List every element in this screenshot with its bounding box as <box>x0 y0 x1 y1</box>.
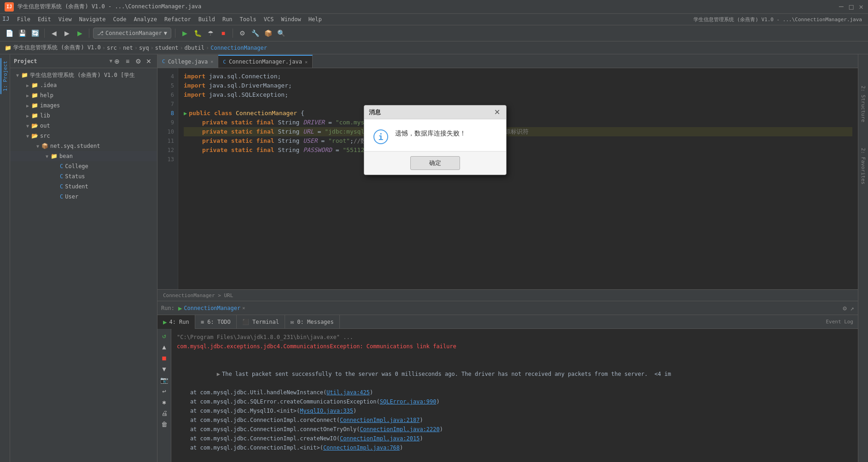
breadcrumb-file[interactable]: ConnectionManager <box>210 45 267 51</box>
tab-college[interactable]: C College.java ✕ <box>157 55 218 68</box>
sidebar-collapse-btn[interactable]: ≡ <box>123 57 132 66</box>
breadcrumb-syq[interactable]: syq <box>139 45 149 51</box>
tree-label-help: help <box>40 92 53 99</box>
menu-window[interactable]: Window <box>277 15 304 23</box>
menu-refactor[interactable]: Refactor <box>161 15 195 23</box>
tree-item-package[interactable]: ▼ 📦 net.syq.student <box>10 141 157 151</box>
breadcrumb-dbutil[interactable]: dbutil <box>185 45 204 51</box>
stop-run-btn[interactable]: ■ <box>159 353 169 363</box>
tab-cm-close[interactable]: ✕ <box>305 59 308 64</box>
project-tab[interactable]: 1: Project <box>0 58 9 94</box>
run-line-1: "C:\Program Files\Java\jdk1.8.0_231\bin\… <box>177 333 852 342</box>
coreconnect-link[interactable]: ConnectionImpl.java:2187 <box>340 417 419 423</box>
bottom-tab-run[interactable]: ▶ 4: Run <box>157 315 195 329</box>
tree-item-help[interactable]: ▶ 📁 help <box>10 90 157 100</box>
sidebar-scope-btn[interactable]: ⊕ <box>112 57 122 66</box>
scroll-up-btn[interactable]: ▲ <box>159 342 169 352</box>
build-btn[interactable]: ▶ <box>74 28 85 39</box>
tree-item-student-file[interactable]: C Student <box>10 181 157 192</box>
scroll-down-btn[interactable]: ▼ <box>159 364 169 374</box>
cog-btn[interactable]: ✱ <box>159 397 169 407</box>
createnewio-link[interactable]: ConnectionImpl.java:2015 <box>340 435 419 442</box>
project-sidebar: Project ▼ ⊕ ≡ ⚙ ✕ ▼ 📁 学生信息管理系统 (余燕青) V1.… <box>10 54 157 462</box>
menu-analyze[interactable]: Analyze <box>130 15 161 23</box>
structure-tab[interactable]: 2: Structure <box>858 82 868 126</box>
tree-item-root[interactable]: ▼ 📁 学生信息管理系统 (余燕青) V1.0 [学生 <box>10 70 157 80</box>
code-content[interactable]: import java.sql.Connection; import java.… <box>178 68 858 289</box>
menu-navigate[interactable]: Navigate <box>76 15 110 23</box>
menu-code[interactable]: Code <box>110 15 130 23</box>
rerun-btn[interactable]: ↺ <box>159 331 169 341</box>
breadcrumb-src[interactable]: src <box>107 45 117 51</box>
tree-item-college[interactable]: C College <box>10 161 157 171</box>
dialog-close-btn[interactable]: ✕ <box>492 108 501 117</box>
menu-help[interactable]: Help <box>305 15 326 23</box>
new-file-btn[interactable]: 📄 <box>4 28 15 39</box>
sidebar-dropdown-icon[interactable]: ▼ <box>109 58 112 64</box>
minimize-btn[interactable]: ─ <box>839 2 844 11</box>
forward-btn[interactable]: ▶ <box>61 28 72 39</box>
breadcrumb-project[interactable]: 学生信息管理系统 (余燕青) V1.0 <box>13 44 101 52</box>
tab-connection-manager[interactable]: C ConnectionManager.java ✕ <box>218 55 313 68</box>
bottom-tab-messages[interactable]: ✉ 0: Messages <box>285 315 340 329</box>
menu-file[interactable]: File <box>13 15 34 23</box>
bottom-tab-terminal[interactable]: ⬛ Terminal <box>237 315 285 329</box>
breadcrumb-net[interactable]: net <box>123 45 133 51</box>
favorites-tab[interactable]: 2: Favorites <box>858 144 868 188</box>
connectonetry-link[interactable]: ConnectionImpl.java:2220 <box>360 426 439 433</box>
menu-tools[interactable]: Tools <box>236 15 260 23</box>
soft-wrap-btn[interactable]: ↩ <box>159 386 169 396</box>
save-btn[interactable]: 💾 <box>17 28 28 39</box>
sidebar-settings-btn[interactable]: ⚙ <box>134 57 143 66</box>
debug-btn[interactable]: 🐛 <box>192 28 203 39</box>
menu-edit[interactable]: Edit <box>34 15 55 23</box>
event-log-link[interactable]: Event Log <box>821 319 858 325</box>
camera-btn[interactable]: 📷 <box>159 375 169 385</box>
search-everywhere-btn[interactable]: ⚙ <box>237 28 248 39</box>
tree-icon-college: C <box>60 163 63 170</box>
branch-selector[interactable]: ⎇ ConnectionManager ▼ <box>93 28 171 39</box>
util-link[interactable]: Util.java:425 <box>326 389 370 396</box>
tree-item-images[interactable]: ▶ 📁 images <box>10 100 157 111</box>
tree-item-src[interactable]: ▼ 📂 src <box>10 131 157 141</box>
clear-btn[interactable]: 🗑 <box>159 419 169 429</box>
tree-item-lib[interactable]: ▶ 📁 lib <box>10 111 157 121</box>
menu-run[interactable]: Run <box>219 15 236 23</box>
sidebar-hide-btn[interactable]: ✕ <box>144 57 153 66</box>
stop-btn[interactable]: ■ <box>218 28 229 39</box>
back-btn[interactable]: ◀ <box>48 28 59 39</box>
sidebar-actions: ⊕ ≡ ⚙ ✕ <box>112 57 153 66</box>
tree-item-status[interactable]: C Status <box>10 171 157 181</box>
menu-view[interactable]: View <box>55 15 76 23</box>
menu-build[interactable]: Build <box>195 15 219 23</box>
search-btn[interactable]: 🔍 <box>275 28 286 39</box>
refresh-btn[interactable]: 🔄 <box>29 28 41 39</box>
run-line-10: at com.mysql.jdbc.ConnectionImpl.<init>(… <box>177 443 852 452</box>
menu-vcs[interactable]: VCS <box>260 15 278 23</box>
run-settings-gear[interactable]: ⚙ <box>843 304 846 312</box>
tree-item-bean[interactable]: ▼ 📁 bean <box>10 151 157 161</box>
breadcrumb-student[interactable]: student <box>155 45 179 51</box>
settings-btn[interactable]: 🔧 <box>250 28 261 39</box>
init-link[interactable]: ConnectionImpl.java:768 <box>323 444 400 451</box>
dialog-ok-btn[interactable]: 确定 <box>410 156 460 170</box>
run-tab-active[interactable]: ▶ ConnectionManager ✕ <box>178 304 245 312</box>
maximize-btn[interactable]: □ <box>849 2 854 11</box>
tab-college-close[interactable]: ✕ <box>210 59 213 64</box>
coverage-btn[interactable]: ☂ <box>205 28 216 39</box>
tree-item-out[interactable]: ▼ 📂 out <box>10 121 157 131</box>
run-settings-arrow[interactable]: ↗ <box>851 304 854 312</box>
run-config-btn[interactable]: ▶ <box>179 28 190 39</box>
bottom-tab-todo[interactable]: ≡ 6: TODO <box>195 315 237 329</box>
sqlerror-link[interactable]: SQLError.java:990 <box>380 398 437 405</box>
print-btn[interactable]: 🖨 <box>159 408 169 418</box>
tree-item-user[interactable]: C User <box>10 192 157 202</box>
sdk-btn[interactable]: 📦 <box>262 28 274 39</box>
line-num-12: 12 <box>159 146 174 155</box>
code-line-11: private static final String USER = "root… <box>184 136 852 146</box>
tree-icon-package: 📦 <box>41 143 48 149</box>
tree-item-idea[interactable]: ▶ 📁 .idea <box>10 80 157 90</box>
close-btn[interactable]: ✕ <box>859 2 863 11</box>
run-tab-close[interactable]: ✕ <box>242 305 245 310</box>
mysqlio-link[interactable]: MysqlIO.java:335 <box>300 408 353 414</box>
